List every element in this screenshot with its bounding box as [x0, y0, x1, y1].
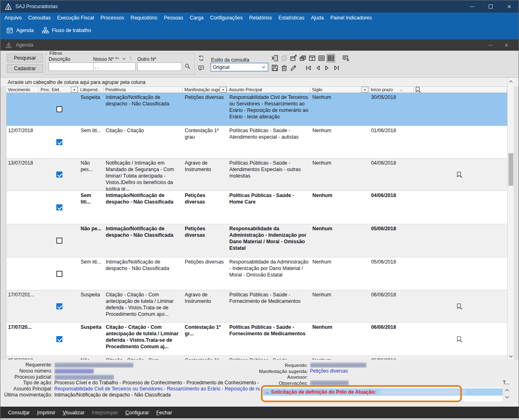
toolbar-item-agenda[interactable]: Agenda: [2, 27, 38, 34]
footer-button-configurar[interactable]: Configurar: [125, 410, 149, 416]
scroll-up-icon[interactable]: [508, 78, 514, 85]
list-scroll-down-icon[interactable]: [504, 394, 510, 400]
menu-item-configuracoes[interactable]: Configurações: [207, 15, 246, 21]
column-header-sigilo[interactable]: Sigilo▾: [310, 87, 369, 92]
menu-item-requisitorio[interactable]: Requisitório: [127, 15, 160, 21]
column-header-litispend[interactable]: Litispend...: [79, 87, 104, 92]
menu-item-pessoas[interactable]: Pessoas: [160, 15, 186, 21]
cell-vencimento: 05/07/2018: [6, 356, 39, 360]
row-checkbox[interactable]: [56, 336, 62, 342]
nav-prev-icon[interactable]: [314, 64, 322, 72]
nosso-numero-input[interactable]: [93, 62, 136, 71]
row-checkbox[interactable]: [56, 271, 62, 277]
undo-arrow-icon[interactable]: [114, 56, 120, 62]
column-filter-dropdown[interactable]: ▾: [220, 87, 226, 92]
row-checkbox[interactable]: [56, 171, 62, 178]
column-header-pendencia[interactable]: Pendência: [104, 87, 183, 92]
descricao-input[interactable]: [49, 62, 95, 71]
cadastrar-button[interactable]: Cadastrar: [7, 64, 43, 73]
delete-icon[interactable]: [280, 64, 288, 72]
table-row[interactable]: 05/07/2018Não pes...Citação - Citação - …: [6, 356, 507, 360]
list-view-icon[interactable]: [318, 54, 325, 62]
maximize-button[interactable]: [481, 0, 500, 13]
table-row[interactable]: Sem liti...Intimação/Notificação de desp…: [6, 257, 507, 290]
detail-field-row: Assunto Principal:Responsabilidade Civil…: [0, 386, 260, 392]
nav-next-icon[interactable]: [323, 64, 331, 72]
nav-first-icon[interactable]: [305, 64, 312, 72]
row-checkbox[interactable]: [56, 139, 62, 145]
cell-litispendencia: Sem liti...: [79, 257, 104, 290]
row-checkbox[interactable]: [56, 106, 62, 112]
pesquisar-button[interactable]: Pesquisar: [7, 54, 43, 62]
table-row[interactable]: Sem liti...Intimação/Notificação de desp…: [6, 191, 507, 224]
column-header-bookmark[interactable]: [414, 87, 507, 92]
column-header-assunto-principal[interactable]: Assunto Principal: [227, 87, 310, 92]
close-button[interactable]: ✕: [500, 0, 519, 13]
menu-item-execucao-fiscal[interactable]: Execução Fiscal: [54, 15, 97, 21]
cell-bookmark: [414, 323, 507, 356]
pending-request-item[interactable]: → Solicitação de definição do Pólo de At…: [263, 388, 503, 396]
pending-requests-list[interactable]: → Solicitação de definição do Pólo de At…: [263, 388, 503, 401]
column-header-proc-elet[interactable]: Proc. Elet.▾: [39, 87, 79, 92]
table-row[interactable]: 13/07/2018Não pes...Notificação / Intima…: [6, 159, 507, 191]
copy-icon: [280, 54, 288, 62]
footer-button-consultar[interactable]: Consultar: [8, 410, 30, 416]
column-filter-dropdown[interactable]: ▾: [71, 87, 78, 92]
cell-manifestacao: Contestação 1º gr...: [183, 323, 228, 356]
agenda-minimize-button[interactable]: [482, 39, 498, 51]
search-icon[interactable]: [184, 63, 191, 70]
footer-button-fechar[interactable]: Fechar: [156, 410, 172, 416]
group-by-bar[interactable]: Arraste um cabeçalho de coluna aqui para…: [0, 77, 519, 86]
edit-icon[interactable]: [290, 64, 297, 72]
menu-item-consultas[interactable]: Consultas: [25, 15, 54, 21]
details-left-fields: Requerente:Nosso número:Processo judicia…: [0, 362, 260, 398]
field-label-processo-judicial: Processo judicial:: [0, 374, 54, 380]
chevron-down-icon: [261, 64, 266, 70]
column-header-manifestacao-sugerida[interactable]: Manifestação sugerida▾: [183, 87, 227, 92]
column-header-inicio-prazo[interactable]: Início prazo: [369, 87, 414, 92]
list-scroll-up-icon[interactable]: [504, 387, 510, 393]
row-checkbox[interactable]: [56, 303, 62, 309]
footer-button-imprimir[interactable]: Imprimir: [37, 410, 56, 416]
menu-item-arquivo[interactable]: Arquivo: [1, 15, 25, 21]
menu-item-estatisticas[interactable]: Estatísticas: [275, 15, 308, 21]
saj-logo-icon: [4, 3, 12, 11]
scroll-down-icon[interactable]: [508, 353, 514, 360]
table-row[interactable]: 17/07/20...SuspeitaCitação - Citação - C…: [6, 323, 507, 356]
excel-export-icon[interactable]: [271, 54, 279, 62]
nav-last-icon[interactable]: [333, 64, 340, 72]
scrollbar-thumb[interactable]: [508, 153, 513, 186]
detail-field-row: Tipo de ação:Processo Cível e do Trabalh…: [0, 380, 260, 386]
tile-windows-icon[interactable]: [308, 54, 316, 62]
comment-icon[interactable]: [198, 64, 205, 71]
toolbar-item-fluxo-de-trabalho[interactable]: Fluxo de trabalho: [38, 27, 95, 34]
grid-scrollbar[interactable]: [507, 78, 514, 360]
annotation-icon[interactable]: [342, 54, 350, 62]
cell-litispendencia: Sem liti...: [79, 191, 104, 224]
column-header-vencimento[interactable]: Vencimento: [6, 87, 39, 92]
menu-item-ajuda[interactable]: Ajuda: [308, 15, 327, 21]
agenda-close-button[interactable]: ✕: [498, 39, 515, 51]
row-checkbox[interactable]: [56, 204, 62, 210]
chevron-down-icon[interactable]: [122, 56, 126, 62]
table-row[interactable]: SuspeitaIntimação/Notificação de despach…: [6, 93, 507, 126]
grid-view-icon[interactable]: [327, 54, 335, 62]
estilo-consulta-select[interactable]: Original: [211, 63, 268, 71]
cell-inicio-prazo: 05/06/2018: [369, 224, 414, 257]
column-filter-dropdown[interactable]: ▾: [361, 87, 368, 92]
menu-item-carga[interactable]: Carga: [186, 15, 207, 21]
menu-item-processos[interactable]: Processos: [97, 15, 127, 21]
open-in-window-icon[interactable]: [290, 54, 297, 62]
minimize-button[interactable]: [463, 0, 481, 13]
cascade-windows-icon[interactable]: [299, 54, 307, 62]
menu-item-painel-indicadores[interactable]: Painel Indicadores: [327, 15, 375, 21]
menu-item-relatorios[interactable]: Relatórios: [246, 15, 275, 21]
refresh-icon[interactable]: [198, 55, 205, 62]
table-row[interactable]: 12/07/2018Sem liti...Citação - CitaçãoCo…: [6, 126, 507, 159]
row-checkbox[interactable]: [56, 238, 62, 244]
footer-button-visualizar[interactable]: Visualizar: [63, 410, 85, 416]
table-row[interactable]: 17/07/201...SuspeitaCitação - Citação - …: [6, 290, 507, 323]
save-icon[interactable]: [271, 64, 279, 72]
outro-numero-input[interactable]: [137, 62, 182, 71]
table-row[interactable]: Não pe...Intimação/Notificação de despac…: [6, 224, 507, 257]
